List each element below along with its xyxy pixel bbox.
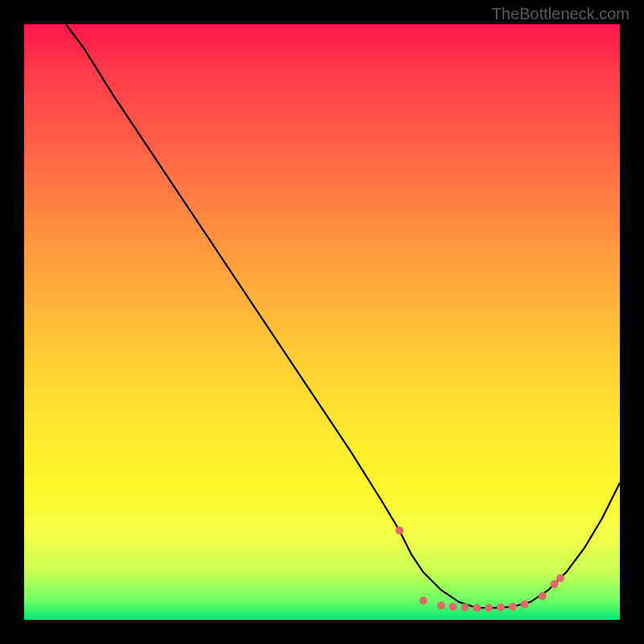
curve-marker <box>497 604 505 612</box>
curve-marker <box>473 604 481 612</box>
chart-svg <box>24 24 620 620</box>
watermark-text: TheBottleneck.com <box>492 5 630 23</box>
curve-marker <box>395 526 403 535</box>
curve-line <box>66 24 620 608</box>
curve-marker <box>521 601 529 609</box>
curve-marker <box>485 604 493 612</box>
curve-marker <box>461 604 469 612</box>
curve-marker <box>556 574 564 582</box>
curve-marker <box>437 601 445 609</box>
curve-marker <box>539 592 547 600</box>
curve-marker <box>509 603 517 611</box>
curve-marker <box>449 603 457 611</box>
curve-marker <box>551 580 559 588</box>
chart-plot-area <box>24 24 620 620</box>
curve-marker <box>419 597 427 605</box>
